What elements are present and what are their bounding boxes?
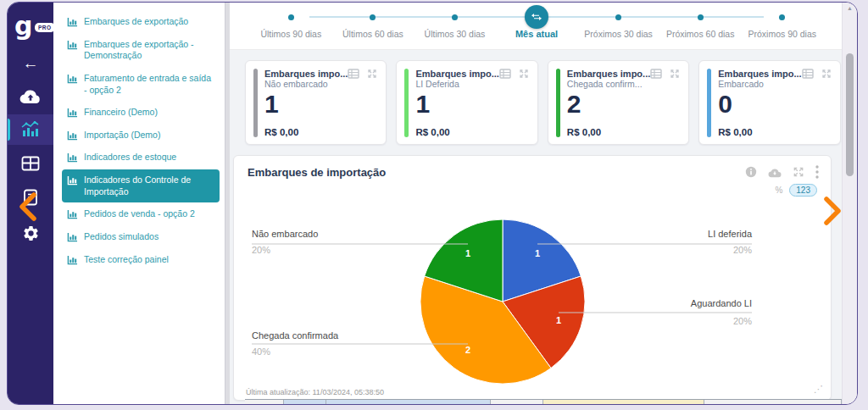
card-table-icon[interactable]: [650, 69, 662, 79]
sidebar-item-7[interactable]: Pedidos de venda - opção 2: [62, 203, 220, 225]
timeline-step-6[interactable]: Próximos 90 dias: [741, 3, 823, 50]
svg-text:40%: 40%: [252, 346, 270, 357]
settings-gear-icon: [22, 224, 40, 242]
collapse-sidebar-chevron[interactable]: [16, 191, 40, 223]
card-value: 2: [567, 91, 680, 117]
swap-arrows-icon: [531, 13, 542, 21]
sidebar-item-4[interactable]: Importação (Demo): [62, 125, 220, 147]
card-title: Embarques impo...: [415, 69, 498, 79]
table-sliver-cell-3: [491, 400, 543, 404]
kpi-cards-row: Embarques impo... Não embarcado 1 R$ 0,0…: [245, 60, 825, 145]
sidebar-item-label: Indicadores do Controle de Importação: [84, 175, 214, 197]
card-table-icon[interactable]: [802, 69, 814, 79]
card-accent-bar: [707, 69, 711, 137]
svg-text:2: 2: [465, 345, 470, 355]
svg-text:20%: 20%: [252, 245, 270, 255]
vertical-scrollbar[interactable]: ▲: [842, 3, 857, 404]
kebab-menu-icon[interactable]: [815, 165, 819, 179]
expand-panel-chevron[interactable]: [821, 196, 843, 226]
card-table-icon[interactable]: [499, 69, 511, 79]
svg-text:Aguardando LI: Aguardando LI: [691, 298, 752, 308]
panel-resize-grip[interactable]: ⋰: [814, 384, 824, 395]
timeline-step-4[interactable]: Próximos 30 dias: [577, 3, 659, 50]
pro-badge: PRO: [35, 23, 55, 32]
timeline-step-label: Últimos 30 dias: [414, 29, 496, 39]
sidebar-item-0[interactable]: Embarques de exportação: [62, 11, 220, 33]
scrollbar-up-arrow[interactable]: ▲: [847, 5, 853, 11]
current-period-dot[interactable]: [525, 5, 548, 29]
sidebar-item-1[interactable]: Embarques de exportação - Demonstração: [62, 34, 220, 67]
timeline-dot[interactable]: [370, 14, 376, 20]
timeline-dot[interactable]: [452, 14, 458, 20]
table-sliver-cell-2: [326, 400, 491, 404]
svg-text:Não embarcado: Não embarcado: [252, 229, 318, 239]
sidebar-item-label: Embarques de exportação: [84, 16, 188, 28]
period-timeline-bar: Últimos 90 diasÚltimos 60 diasÚltimos 30…: [230, 3, 843, 50]
timeline-dot[interactable]: [779, 14, 785, 20]
card-expand-icon[interactable]: [821, 69, 832, 79]
card-table-icon[interactable]: [348, 69, 359, 79]
sidebar-item-label: Financeiro (Demo): [84, 107, 158, 119]
app-window: g PRO ←: [7, 2, 858, 405]
timeline-step-5[interactable]: Próximos 60 dias: [659, 3, 742, 50]
sidebar-item-2[interactable]: Faturamento de entrada e saída - opção 2: [62, 68, 220, 101]
chart-panel-title: Embarques de importação: [248, 166, 745, 179]
back-arrow-icon: ←: [23, 54, 39, 73]
timeline-step-label: Últimos 90 dias: [250, 29, 332, 39]
card-amount: R$ 0,00: [718, 127, 831, 137]
kpi-card-1[interactable]: Embarques impo... LI Deferida 1 R$ 0,00: [396, 60, 537, 145]
svg-text:1: 1: [556, 315, 561, 325]
timeline-step-label: Próximos 30 dias: [577, 29, 659, 39]
timeline-step-0[interactable]: Últimos 90 dias: [250, 3, 332, 50]
sidebar-divider: [225, 3, 230, 404]
last-update-text: Última atualização: 11/03/2024, 05:38:50: [246, 388, 384, 396]
indicators-nav-button[interactable]: [8, 114, 53, 145]
indicators-chart-icon: [20, 121, 41, 138]
timeline-step-label: Próximos 60 dias: [659, 29, 742, 39]
logo-letter: g: [14, 11, 32, 41]
expand-icon[interactable]: [793, 166, 804, 178]
timeline-step-2[interactable]: Últimos 30 dias: [414, 3, 496, 50]
card-expand-icon[interactable]: [519, 69, 529, 79]
sidebar-item-3[interactable]: Financeiro (Demo): [62, 102, 220, 124]
kpi-card-3[interactable]: Embarques impo... Embarcado 0 R$ 0,00: [698, 60, 840, 145]
tables-nav-button[interactable]: [8, 148, 53, 179]
download-cloud-icon[interactable]: [768, 167, 782, 178]
timeline-step-label: Próximos 90 dias: [741, 29, 823, 39]
sidebar-item-9[interactable]: Teste correção painel: [62, 249, 220, 271]
card-value: 1: [415, 91, 528, 117]
card-value: 1: [264, 91, 377, 117]
sidebar-item-5[interactable]: Indicadores de estoque: [62, 147, 220, 169]
sidebar-item-8[interactable]: Pedidos simulados: [62, 226, 220, 248]
scrollbar-thumb[interactable]: [846, 53, 854, 176]
card-title: Embarques impo...: [264, 69, 348, 79]
card-expand-icon[interactable]: [367, 69, 377, 79]
info-icon[interactable]: [745, 166, 757, 178]
card-subtitle: Embarcado: [718, 79, 801, 89]
sidebar-item-6[interactable]: Indicadores do Controle de Importação: [62, 169, 220, 202]
svg-text:1: 1: [535, 248, 540, 258]
import-shipments-pie-chart[interactable]: 1121LI deferida20%Aguardando LI20%Chegad…: [234, 205, 832, 386]
card-value: 0: [718, 91, 831, 117]
timeline-step-label: Últimos 60 dias: [332, 29, 415, 39]
timeline-dot[interactable]: [288, 14, 294, 20]
kpi-card-2[interactable]: Embarques impo... Chegada confirm... 2 R…: [548, 60, 689, 145]
card-accent-bar: [253, 69, 258, 137]
upload-button[interactable]: [8, 80, 53, 111]
timeline-dot[interactable]: [615, 14, 621, 20]
toggle-percent-button[interactable]: %: [775, 186, 782, 195]
card-expand-icon[interactable]: [670, 69, 680, 79]
svg-text:LI deferida: LI deferida: [708, 229, 753, 239]
card-subtitle: Não embarcado: [264, 79, 348, 89]
app-logo[interactable]: g PRO: [14, 11, 53, 45]
kpi-card-0[interactable]: Embarques impo... Não embarcado 1 R$ 0,0…: [245, 60, 387, 145]
timeline-step-1[interactable]: Últimos 60 dias: [332, 3, 415, 50]
svg-text:Chegada confirmada: Chegada confirmada: [252, 330, 339, 341]
timeline-step-3[interactable]: Mês atual: [496, 3, 578, 50]
card-title: Embarques impo...: [718, 69, 801, 79]
back-button[interactable]: ←: [8, 48, 53, 79]
card-accent-bar: [556, 69, 560, 137]
timeline-dot[interactable]: [698, 14, 704, 20]
card-amount: R$ 0,00: [567, 127, 680, 137]
toggle-number-button[interactable]: 123: [789, 184, 817, 197]
